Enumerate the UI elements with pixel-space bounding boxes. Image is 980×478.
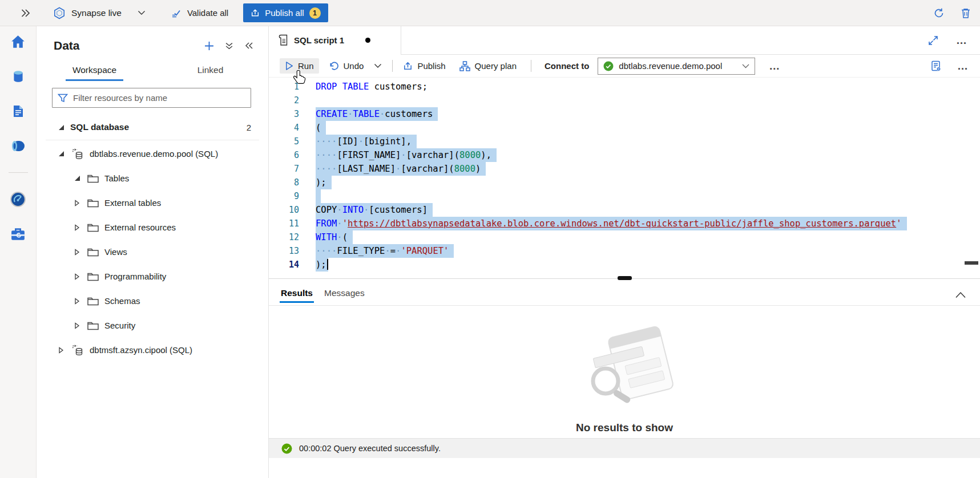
expand-twisty-icon[interactable] bbox=[57, 347, 65, 354]
line-text: ····[LAST_NAME]·[varchar](8000) bbox=[316, 162, 486, 176]
add-resource-icon[interactable] bbox=[204, 41, 214, 51]
connect-more-icon[interactable]: … bbox=[769, 63, 780, 69]
validate-all-button[interactable]: Validate all bbox=[171, 8, 228, 18]
tree-item-label: Views bbox=[104, 247, 127, 257]
results-panel: Results Messages bbox=[269, 279, 980, 458]
tab-results[interactable]: Results bbox=[275, 288, 318, 305]
tree-item-security[interactable]: Security bbox=[37, 313, 268, 338]
line-text: DROP TABLE customers; bbox=[316, 80, 428, 94]
publish-all-button[interactable]: Publish all 1 bbox=[243, 3, 328, 22]
line-text: FROM·'https://dbtlabsynapsedatalake.blob… bbox=[316, 217, 907, 230]
run-button[interactable]: Run bbox=[280, 58, 319, 74]
code-line[interactable]: 13····FILE_TYPE·=·'PARQUET' bbox=[269, 244, 980, 258]
tree-item-tables[interactable]: Tables bbox=[37, 166, 268, 191]
tree-item-dbtmsft-azsyn-cipool-sql[interactable]: dbtmsft.azsyn.cipool (SQL) bbox=[37, 338, 268, 362]
nav-data-icon[interactable] bbox=[9, 68, 28, 85]
collapse-results-chevron-icon[interactable] bbox=[955, 291, 966, 298]
editor-tab-label: SQL script 1 bbox=[294, 35, 344, 45]
line-text: ····[FIRST_NAME]·[varchar](8000), bbox=[316, 148, 497, 162]
undo-button[interactable]: Undo bbox=[323, 58, 369, 74]
tree-item-external-resources[interactable]: External resources bbox=[37, 215, 268, 240]
tab-sql-script-1[interactable]: SQL script 1 bbox=[269, 26, 401, 55]
expand-twisty-icon[interactable] bbox=[73, 200, 81, 206]
tree-item-dbtlabs-revenue-demo-pool-sql[interactable]: dbtlabs.revenue.demo.pool (SQL) bbox=[37, 141, 268, 166]
collapse-twisty-icon[interactable] bbox=[73, 175, 81, 181]
tree-item-label: dbtlabs.revenue.demo.pool (SQL) bbox=[90, 149, 218, 159]
chevron-down-icon bbox=[742, 64, 749, 68]
expand-editor-icon[interactable] bbox=[927, 35, 939, 46]
code-line[interactable]: 4( bbox=[269, 121, 980, 135]
tree-header-sql-database[interactable]: SQL database 2 bbox=[37, 116, 268, 139]
filter-funnel-icon bbox=[58, 94, 68, 103]
code-line[interactable]: 12WITH·( bbox=[269, 230, 980, 244]
sql-code-editor[interactable]: 1DROP TABLE customers;23CREATE·TABLE·cus… bbox=[269, 78, 980, 278]
code-line[interactable]: 11FROM·'https://dbtlabsynapsedatalake.bl… bbox=[269, 217, 980, 230]
expand-twisty-icon[interactable] bbox=[73, 322, 81, 329]
discard-trash-icon[interactable] bbox=[961, 7, 971, 19]
chevron-down-icon[interactable] bbox=[138, 10, 146, 15]
tab-linked[interactable]: Linked bbox=[152, 60, 268, 84]
tree-item-programmability[interactable]: Programmability bbox=[37, 264, 268, 289]
expand-twisty-icon[interactable] bbox=[73, 249, 81, 256]
nav-home-icon[interactable] bbox=[9, 33, 28, 50]
code-line[interactable]: 2 bbox=[269, 94, 980, 107]
expand-panel-icon[interactable] bbox=[21, 9, 30, 18]
tree-item-label: Tables bbox=[104, 173, 129, 183]
line-text bbox=[316, 189, 321, 203]
collapse-panel-icon[interactable] bbox=[244, 42, 253, 50]
tree-item-schemas[interactable]: Schemas bbox=[37, 289, 268, 313]
tab-workspace[interactable]: Workspace bbox=[37, 60, 152, 84]
pool-select-value: dbtlabs.revenue.demo.pool bbox=[619, 61, 722, 71]
line-number: 8 bbox=[269, 176, 299, 189]
tree-item-views[interactable]: Views bbox=[37, 240, 268, 264]
status-message: 00:00:02 Query executed successfully. bbox=[299, 444, 441, 453]
code-line[interactable]: 14); bbox=[269, 258, 980, 272]
resource-tree: SQL database 2 dbtlabs.revenue.demo.pool… bbox=[37, 116, 268, 362]
collapse-all-icon[interactable] bbox=[225, 42, 233, 50]
run-options-chevron[interactable] bbox=[369, 60, 387, 71]
line-number: 5 bbox=[269, 135, 299, 148]
code-line[interactable]: 1DROP TABLE customers; bbox=[269, 80, 980, 94]
editor-toolbar: Run Undo Publish Query plan Connect to bbox=[269, 55, 980, 78]
nav-monitor-icon[interactable] bbox=[9, 191, 28, 208]
publish-upload-icon bbox=[251, 8, 260, 18]
tree-header-label: SQL database bbox=[70, 122, 129, 132]
view-settings-icon[interactable] bbox=[930, 60, 942, 72]
publish-icon bbox=[403, 61, 413, 71]
expand-twisty-icon[interactable] bbox=[73, 273, 81, 280]
line-text: ····FILE_TYPE·=·'PARQUET' bbox=[316, 244, 454, 258]
nav-manage-icon[interactable] bbox=[9, 225, 28, 242]
mode-label: Synapse live bbox=[71, 8, 122, 18]
tab-messages[interactable]: Messages bbox=[318, 288, 370, 305]
toolbar-more-icon[interactable]: … bbox=[957, 63, 969, 69]
tree-item-label: Security bbox=[104, 321, 135, 330]
mode-selector[interactable]: Synapse live bbox=[53, 7, 146, 19]
code-line[interactable]: 6····[FIRST_NAME]·[varchar](8000), bbox=[269, 148, 980, 162]
publish-button[interactable]: Publish bbox=[398, 58, 450, 74]
filter-resources-input[interactable] bbox=[52, 88, 251, 108]
tree-item-external-tables[interactable]: External tables bbox=[37, 191, 268, 215]
toolbar-divider bbox=[531, 60, 531, 72]
code-line[interactable]: 10COPY·INTO·[customers] bbox=[269, 203, 980, 217]
folder-icon bbox=[87, 297, 99, 306]
query-plan-label: Query plan bbox=[475, 61, 517, 71]
expand-twisty-icon[interactable] bbox=[73, 298, 81, 305]
code-line[interactable]: 5····[ID]·[bigint], bbox=[269, 135, 980, 148]
pool-select-dropdown[interactable]: dbtlabs.revenue.demo.pool bbox=[598, 58, 755, 75]
refresh-icon[interactable] bbox=[933, 7, 945, 19]
folder-icon bbox=[87, 174, 99, 183]
collapse-twisty-icon[interactable] bbox=[57, 124, 65, 131]
expand-twisty-icon[interactable] bbox=[73, 224, 81, 231]
code-line[interactable]: 8); bbox=[269, 176, 980, 189]
tree-item-label: External tables bbox=[104, 198, 161, 208]
collapse-twisty-icon[interactable] bbox=[57, 151, 65, 157]
code-line[interactable]: 9 bbox=[269, 189, 980, 203]
validate-all-label: Validate all bbox=[187, 8, 228, 18]
nav-integrate-icon[interactable] bbox=[9, 137, 28, 155]
code-line[interactable]: 7····[LAST_NAME]·[varchar](8000) bbox=[269, 162, 980, 176]
code-line[interactable]: 3CREATE·TABLE·customers bbox=[269, 107, 980, 121]
tab-more-icon[interactable]: … bbox=[956, 38, 967, 43]
nav-develop-icon[interactable] bbox=[9, 103, 28, 120]
top-command-bar: Synapse live Validate all Publish all 1 bbox=[0, 0, 980, 26]
query-plan-button[interactable]: Query plan bbox=[454, 58, 522, 74]
